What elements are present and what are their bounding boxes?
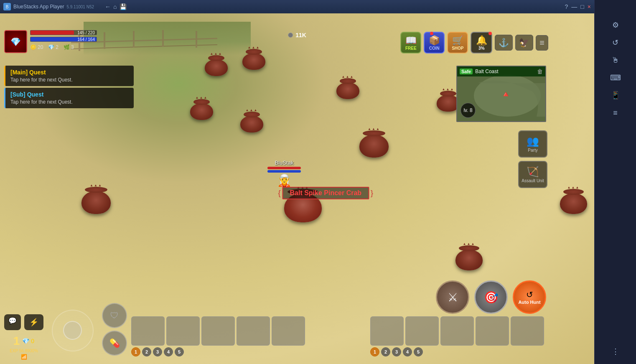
shop-main-button[interactable]: 🛒 SHOP (447, 32, 468, 53)
game-area[interactable]: BluStak 🧝 { Balt Spike Pincer Crab } 💎 1… (0, 13, 594, 364)
gems-display: 💎 2 (48, 44, 59, 50)
nav-save-icon[interactable]: 💾 (120, 3, 127, 10)
crab-8[interactable] (81, 191, 111, 214)
right-panel-icon-2[interactable]: ↺ (608, 35, 623, 50)
action-slot-l3[interactable] (201, 316, 235, 346)
hp-bar-bg: 145 / 220 (30, 30, 97, 35)
enemy-label: { Balt Spike Pincer Crab } (278, 187, 373, 199)
slot-num-l2[interactable]: 2 (142, 347, 151, 356)
mats-display: 🌿 3 (64, 44, 74, 50)
free-label: FREE (405, 46, 417, 51)
center-currency: 11K (288, 32, 306, 38)
stats-bars: 145 / 220 164 / 164 🪙 20 💎 2 (30, 30, 97, 50)
help-button[interactable]: ? (565, 3, 568, 10)
minimap-trash-icon[interactable]: 🗑 (537, 68, 543, 75)
nav-button-2[interactable]: 🦅 (515, 35, 533, 51)
left-slot-row (131, 316, 305, 346)
action-slot-l2[interactable] (166, 316, 200, 346)
crab-9[interactable] (560, 193, 587, 214)
gems-icon: 💎 (48, 44, 54, 50)
crab-6[interactable] (359, 135, 389, 158)
minimap-zone-name: Balt Coast (475, 69, 498, 74)
crab-4[interactable] (190, 103, 213, 120)
slot-num-l1[interactable]: 1 (131, 347, 140, 356)
hp-bar-fill (31, 31, 74, 35)
shop-percent-button[interactable]: 🔔 3% (471, 32, 492, 53)
lightning-button[interactable]: ⚡ (24, 314, 43, 330)
app-version: 5.9.11001 N52 (66, 5, 94, 9)
bottom-hud: 💬 ⚡ 1 💎 0 EXP 56.8900% 📶 🛡 💊 (0, 303, 548, 360)
crab-3[interactable] (336, 82, 359, 99)
crab-5[interactable] (240, 116, 263, 132)
joystick-area[interactable] (48, 305, 98, 356)
action-slot-r2[interactable] (405, 316, 439, 346)
slot-num-r2[interactable]: 2 (381, 347, 390, 356)
player-sprite: 🧝 (267, 173, 301, 187)
right-panel-icon-bottom[interactable]: ⋮ (608, 344, 623, 359)
shop-notification-dot-1 (430, 32, 433, 35)
free-icon: 📖 (405, 35, 417, 46)
gems-amount: 2 (56, 44, 59, 50)
joystick-knob (63, 321, 82, 340)
attack-icon: ⚔ (448, 290, 458, 304)
player-character: BluStak 🧝 (267, 160, 301, 187)
crab-10[interactable] (455, 249, 483, 270)
player-name: BluStak (267, 160, 301, 166)
sub-quest-desc: Tap here for the next Quest. (10, 99, 129, 105)
hp-row: 145 / 220 (30, 30, 97, 35)
crab-2[interactable] (242, 53, 265, 70)
action-slot-l4[interactable] (237, 316, 270, 346)
minimap[interactable]: Safe Balt Coast 🗑 lv. 8 🔺 (456, 66, 546, 122)
nav-button-1[interactable]: ⚓ (495, 35, 513, 51)
sub-quest-item[interactable]: [Sub] Quest Tap here for the next Quest. (4, 88, 134, 108)
mp-row: 164 / 164 (30, 37, 97, 42)
currency-icon (288, 33, 293, 38)
crab-1[interactable] (205, 59, 228, 76)
shop-buttons: 📖 FREE 📦 COIN 🛒 SHOP 🔔 3% ⚓ 🦅 ≡ (400, 32, 548, 53)
skill-button-1[interactable]: 🛡 (102, 303, 127, 328)
maximize-button[interactable]: □ (580, 3, 584, 10)
slot-num-l4[interactable]: 4 (164, 347, 173, 356)
right-slot-row (370, 316, 544, 346)
slot-num-r5[interactable]: 5 (414, 347, 423, 356)
nav-button-3[interactable]: ≡ (536, 35, 548, 51)
shop-coin-button[interactable]: 📦 COIN (424, 32, 445, 53)
right-panel-icon-3[interactable]: 🖱 (608, 53, 623, 68)
enemy-name: Balt Spike Pincer Crab (282, 187, 369, 199)
coin-icon: 📦 (429, 35, 440, 46)
shop-free-button[interactable]: 📖 FREE (400, 32, 421, 53)
close-button[interactable]: × (588, 3, 591, 10)
emblem-icon: 💎 (10, 37, 21, 47)
nav-home-icon[interactable]: ⌂ (113, 3, 117, 10)
action-slot-l5[interactable] (272, 316, 305, 346)
slot-num-l5[interactable]: 5 (175, 347, 184, 356)
level-emblem: 💎 (4, 30, 27, 53)
party-button[interactable]: 👥 Party (518, 130, 547, 158)
action-slot-r3[interactable] (440, 316, 474, 346)
slot-num-r1[interactable]: 1 (370, 347, 379, 356)
action-slot-r1[interactable] (370, 316, 404, 346)
main-quest-item[interactable]: [Main] Quest Tap here for the next Quest… (4, 66, 134, 86)
right-panel-icon-6[interactable]: ≡ (608, 105, 623, 120)
map-level-text: lv. 8 (463, 107, 472, 113)
action-slot-l1[interactable] (131, 316, 165, 346)
slot-num-r4[interactable]: 4 (403, 347, 412, 356)
action-slot-r4[interactable] (476, 316, 509, 346)
resources-row: 🪙 20 💎 2 🌿 3 (30, 44, 97, 50)
assault-unit-button[interactable]: 🏹 Assault Unit (518, 161, 547, 188)
skill-button-2[interactable]: 💊 (102, 331, 127, 356)
action-slot-r5[interactable] (511, 316, 544, 346)
chat-button[interactable]: 💬 (4, 314, 21, 330)
minimize-button[interactable]: — (571, 3, 577, 10)
map-player-marker: 🔺 (501, 89, 511, 99)
nav-back-icon[interactable]: ← (105, 3, 111, 10)
right-panel-icon-4[interactable]: ⌨ (608, 70, 623, 85)
skill-bar-left: 🛡 💊 (102, 303, 127, 356)
player-stats-panel: 💎 145 / 220 164 / 164 🪙 20 (4, 30, 97, 50)
party-label: Party (528, 148, 537, 153)
slot-num-l3[interactable]: 3 (153, 347, 162, 356)
minimap-safe-label: Safe (460, 69, 473, 74)
slot-num-r3[interactable]: 3 (392, 347, 401, 356)
right-panel-icon-5[interactable]: 📱 (608, 88, 623, 103)
right-panel-icon-1[interactable]: ⚙ (608, 18, 623, 33)
